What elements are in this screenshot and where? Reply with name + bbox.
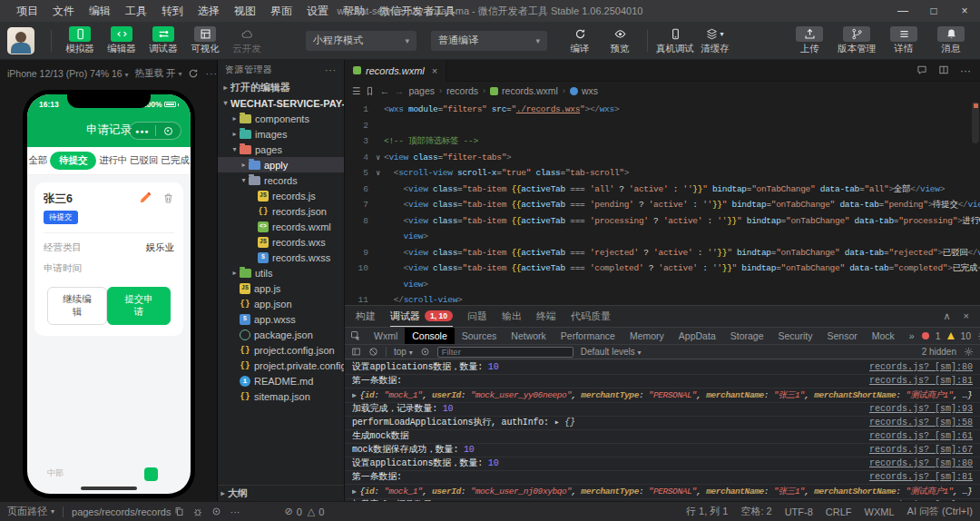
more-icon[interactable]: ··· — [325, 65, 337, 75]
status-CRLF[interactable]: CRLF — [826, 505, 852, 518]
exit-target-icon[interactable] — [156, 127, 181, 135]
tree-item-sitemap.json[interactable]: {}sitemap.json — [218, 388, 344, 404]
tree-item-components[interactable]: ▸components — [218, 111, 344, 126]
inspect-icon[interactable] — [345, 330, 367, 341]
panel-tab-输出[interactable]: 输出 — [502, 306, 522, 327]
tree-item-app.wxss[interactable]: Sapp.wxss — [218, 311, 344, 327]
menu-item-项目[interactable]: 项目 — [9, 0, 45, 22]
device-selector[interactable]: iPhone 12/13 (Pro) 74% 16 ▾ — [7, 68, 129, 79]
source-link[interactable]: records.js? [sm]:80 — [869, 361, 973, 374]
tree-item-package.json[interactable]: package.json — [218, 327, 344, 342]
status-AI[interactable]: AI 问答 (Ctrl+I) — [907, 505, 973, 518]
hidden-count[interactable]: 2 hidden — [922, 347, 956, 357]
back-icon[interactable]: ← — [379, 85, 389, 96]
menu-item-编辑[interactable]: 编辑 — [82, 0, 118, 22]
menu-item-界面[interactable]: 界面 — [263, 0, 299, 22]
tree-item-pages[interactable]: ▾pages — [218, 142, 344, 157]
devtools-tab-Security[interactable]: Security — [771, 328, 820, 344]
tree-item-records.json[interactable]: {}records.json — [218, 203, 344, 219]
devtools-tab-Mock[interactable]: Mock — [865, 328, 902, 344]
filter-tab-已完成[interactable]: 已完成 — [161, 152, 190, 169]
split-editor-icon[interactable] — [938, 64, 949, 77]
current-page-path[interactable]: pages/records/records — [72, 506, 184, 517]
expand-arrow-icon[interactable]: ▶ — [352, 391, 356, 399]
tool-eye[interactable]: 预览 — [600, 26, 640, 55]
tool-upload[interactable]: 上传 — [786, 26, 833, 55]
filter-target-icon[interactable] — [420, 347, 430, 357]
status-UTF-8[interactable]: UTF-8 — [785, 505, 813, 518]
tool-visual[interactable]: 可视化 — [184, 26, 226, 55]
console-settings-icon[interactable] — [964, 347, 974, 357]
fold-icon[interactable]: ∨ — [372, 150, 384, 166]
hot-reload-toggle[interactable]: 热重载 开 ▾ — [135, 67, 182, 80]
devtools-tab-Sensor[interactable]: Sensor — [819, 328, 864, 344]
more-icon[interactable]: ··· — [205, 68, 218, 79]
menu-item-转到[interactable]: 转到 — [154, 0, 191, 22]
bug-icon[interactable] — [192, 506, 203, 517]
close-button[interactable]: × — [949, 0, 980, 22]
editor-tab-records-wxml[interactable]: records.wxml × — [345, 60, 446, 82]
tool-editor[interactable]: 编辑器 — [101, 26, 142, 55]
collapse-panel-icon[interactable]: ∧ — [944, 310, 951, 322]
tree-item-records.js[interactable]: JSrecords.js — [218, 188, 344, 203]
devtools-tab-Performance[interactable]: Performance — [554, 328, 622, 344]
compile-mode-select[interactable]: 普通编译 ▾ — [431, 31, 547, 51]
tree-item-utils[interactable]: ▸utils — [218, 265, 344, 280]
tool-stack[interactable]: ▾清缓存 — [695, 26, 735, 55]
filter-tab-已驳回[interactable]: 已驳回 — [130, 152, 159, 169]
console-log-row[interactable]: ▶{id: "mock_1", userId: "mock_user_yy06n… — [345, 388, 980, 403]
floating-green-badge[interactable] — [144, 467, 158, 481]
submit-button[interactable]: 提交申请 — [107, 287, 171, 325]
breadcrumb-item-pages[interactable]: pages — [408, 85, 435, 96]
console-log-row[interactable]: ▶{id: "mock_1", userId: "mock_user_nj09x… — [345, 485, 980, 499]
status-空格:[interactable]: 空格: 2 — [740, 505, 771, 518]
code-editor[interactable]: 1<wxs module="filters" src="./records.wx… — [345, 102, 980, 305]
menu-item-选择[interactable]: 选择 — [191, 0, 227, 22]
tool-bell[interactable]: 消息 — [927, 26, 975, 55]
error-count[interactable]: 1 — [936, 330, 941, 341]
bookmark-icon[interactable] — [365, 86, 375, 96]
tool-refresh[interactable]: 编译 — [560, 26, 600, 55]
delete-icon[interactable] — [162, 192, 174, 204]
tree-item-records[interactable]: ▾records — [218, 172, 344, 188]
copy-icon[interactable] — [174, 506, 184, 516]
log-levels-select[interactable]: Default levels ▾ — [581, 347, 642, 357]
source-link[interactable]: records.js? [sm]:80 — [869, 457, 973, 470]
user-avatar[interactable] — [7, 27, 34, 54]
forward-icon[interactable]: → — [394, 85, 404, 96]
tree-item-project.private.config...[interactable]: {}project.private.config... — [218, 358, 344, 373]
fold-icon[interactable]: ∨ — [372, 165, 384, 182]
comment-icon[interactable] — [916, 64, 927, 77]
filter-tab-进行中[interactable]: 进行中 — [99, 152, 128, 169]
console-filter-input[interactable] — [437, 347, 573, 358]
close-panel-icon[interactable]: × — [964, 310, 969, 322]
source-link[interactable]: records.js? [sm]:61 — [869, 430, 973, 443]
panel-tab-代码质量[interactable]: 代码质量 — [571, 306, 611, 327]
outline-section[interactable]: ▸大纲 — [218, 485, 344, 501]
close-icon[interactable]: × — [432, 65, 437, 76]
devtools-tab-AppData[interactable]: AppData — [671, 328, 723, 344]
tree-item-apply[interactable]: ▸apply — [218, 157, 344, 172]
source-link[interactable]: records.js? [sm]:81 — [869, 375, 973, 388]
devtools-tab-Wxml[interactable]: Wxml — [367, 328, 405, 344]
console-sidebar-icon[interactable] — [351, 347, 361, 357]
devtools-tab-Storage[interactable]: Storage — [723, 328, 771, 344]
tool-simulator[interactable]: 模拟器 — [59, 26, 101, 55]
menu-item-视图[interactable]: 视图 — [227, 0, 263, 22]
refresh-icon[interactable] — [188, 68, 199, 79]
mode-select[interactable]: 小程序模式 ▾ — [306, 31, 416, 51]
panel-tab-构建[interactable]: 构建 — [356, 306, 376, 327]
filter-tab-全部[interactable]: 全部 — [28, 152, 47, 169]
target-icon[interactable] — [211, 506, 221, 516]
tree-item-README.md[interactable]: iREADME.md — [218, 373, 344, 388]
tool-device[interactable]: 真机调试 — [655, 26, 695, 55]
tool-list[interactable]: 详情 — [880, 26, 927, 55]
tree-item-records.wxml[interactable]: <>records.wxml — [218, 219, 344, 234]
tree-item-app.json[interactable]: {}app.json — [218, 296, 344, 311]
outline-list-icon[interactable]: ☰ — [352, 85, 360, 96]
devtools-tab-Memory[interactable]: Memory — [622, 328, 671, 344]
breadcrumb-item-records.wxml[interactable]: records.wxml — [490, 85, 558, 96]
context-select[interactable]: top ▾ — [394, 347, 413, 357]
tool-debugger[interactable]: 调试器 — [142, 26, 184, 55]
problems-warnings[interactable]: △ 0 — [308, 506, 325, 517]
